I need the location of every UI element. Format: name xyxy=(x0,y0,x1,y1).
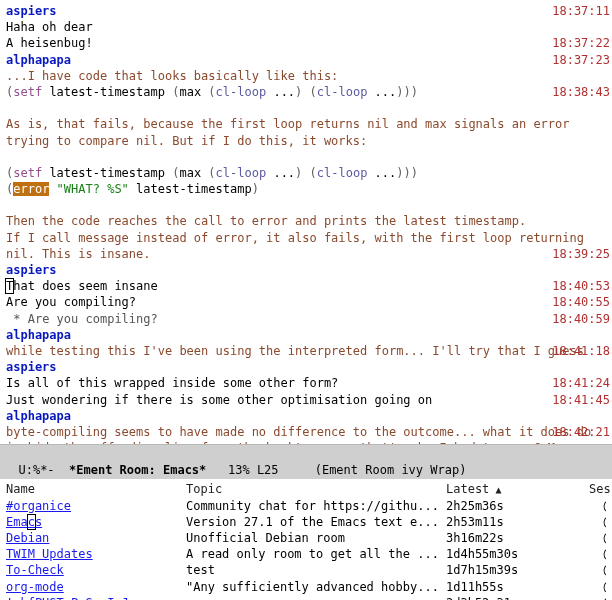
chat-text: * Are you compiling? xyxy=(6,312,158,326)
table-row[interactable]: EmacsVersion 27.1 of the Emacs text e...… xyxy=(6,514,606,530)
room-session: @a xyxy=(574,498,606,514)
modeline-mode: (Ement Room ivy Wrap) xyxy=(315,463,467,477)
chat-text: As is, that fails, because the first loo… xyxy=(6,117,577,147)
timestamp: 18:39:25 xyxy=(552,246,610,262)
room-link[interactable]: TWIM Updates xyxy=(6,547,93,561)
chat-text: Just wondering if there is some other op… xyxy=(6,393,432,407)
table-row[interactable]: TWIM UpdatesA read only room to get all … xyxy=(6,546,606,562)
chat-text: while testing this I've been using the i… xyxy=(6,344,584,358)
chat-text: byte-compiling seems to have made no dif… xyxy=(6,425,598,444)
room-session: @a xyxy=(574,579,606,595)
col-topic[interactable]: Topic xyxy=(186,481,446,497)
text-cursor: c xyxy=(28,515,35,529)
table-row[interactable]: #organiceCommunity chat for https://gith… xyxy=(6,498,606,514)
col-name[interactable]: Name xyxy=(6,481,186,497)
chat-pane[interactable]: aspiersHaha oh dearA heisenbug!alphapapa… xyxy=(0,0,612,444)
timestamp: 18:41:18 xyxy=(552,343,610,359)
col-sess[interactable]: Sess xyxy=(574,481,612,497)
chat-nick: aspiers xyxy=(6,4,57,18)
chat-nick: alphapapa xyxy=(6,53,71,67)
chat-text: Then the code reaches the call to error … xyxy=(6,214,526,228)
table-row[interactable]: !xbfPHSTwPySgaIeJnz:ma...2d3h52m31s@a xyxy=(6,595,606,600)
room-topic: test xyxy=(186,562,446,578)
rooms-header-row: Name Topic Latest Sess xyxy=(6,479,606,497)
room-latest: 2d3h52m31s xyxy=(446,595,574,600)
modeline-buffer-name: *Ement Room: Emacs* xyxy=(69,463,206,477)
timestamp: 18:40:55 xyxy=(552,294,610,310)
room-topic: A read only room to get all the ... xyxy=(186,546,446,562)
chat-text: If I call message instead of error, it a… xyxy=(6,231,591,261)
room-link[interactable]: org-mode xyxy=(6,580,64,594)
table-row[interactable]: To-Checktest1d7h15m39s@a xyxy=(6,562,606,578)
room-latest: 2h25m36s xyxy=(446,498,574,514)
room-link[interactable]: !xbfPHSTwPySgaIeJnz:ma... xyxy=(6,596,187,600)
chat-text: Haha oh dear xyxy=(6,20,93,34)
table-row[interactable]: org-mode"Any sufficiently advanced hobby… xyxy=(6,579,606,595)
room-topic xyxy=(186,595,446,600)
timestamp: 18:37:22 xyxy=(552,35,610,51)
room-session: @a xyxy=(574,546,606,562)
room-latest: 1d7h15m39s xyxy=(446,562,574,578)
code-line: (error "WHAT? %S" latest-timestamp) xyxy=(6,182,259,196)
code-line: (setf latest-timestamp (max (cl-loop ...… xyxy=(6,166,418,180)
chat-text: ...I have code that looks basically like… xyxy=(6,69,338,83)
timestamp: 18:41:24 xyxy=(552,375,610,391)
modeline-chat: U:%*- *Ement Room: Emacs* 13% L25 (Ement… xyxy=(0,444,612,479)
timestamp: 18:37:11 xyxy=(552,3,610,19)
modeline-position: 13% L25 xyxy=(206,463,314,477)
text-cursor: T xyxy=(6,279,13,293)
chat-text: A heisenbug! xyxy=(6,36,93,50)
timestamp-gutter: 18:37:11.18:37:2218:37:23.18:38:43......… xyxy=(552,3,610,472)
room-topic: Community chat for https://githu... xyxy=(186,498,446,514)
room-session: @a xyxy=(574,530,606,546)
timestamp: 18:37:23 xyxy=(552,52,610,68)
table-row[interactable]: DebianUnofficial Debian room3h16m22s@a xyxy=(6,530,606,546)
chat-nick: alphapapa xyxy=(6,409,71,423)
room-topic: Unofficial Debian room xyxy=(186,530,446,546)
chat-text: Is all of this wrapped inside some other… xyxy=(6,376,338,390)
room-session: @a xyxy=(574,562,606,578)
room-link[interactable]: #organice xyxy=(6,499,71,513)
chat-nick: aspiers xyxy=(6,360,57,374)
rooms-pane[interactable]: Name Topic Latest Sess #organiceCommunit… xyxy=(0,479,612,600)
chat-nick: alphapapa xyxy=(6,328,71,342)
room-link[interactable]: To-Check xyxy=(6,563,64,577)
room-session: @a xyxy=(574,514,606,530)
room-topic: Version 27.1 of the Emacs text e... xyxy=(186,514,446,530)
code-line: (setf latest-timestamp (max (cl-loop ...… xyxy=(6,85,418,99)
room-link[interactable]: Emacs xyxy=(6,515,42,529)
room-topic: "Any sufficiently advanced hobby... xyxy=(186,579,446,595)
room-latest: 1d4h55m30s xyxy=(446,546,574,562)
room-session: @a xyxy=(574,595,606,600)
room-latest: 2h53m11s xyxy=(446,514,574,530)
chat-text: That does seem insane xyxy=(6,279,158,293)
chat-nick: aspiers xyxy=(6,263,57,277)
col-latest[interactable]: Latest xyxy=(446,481,574,497)
timestamp: 18:40:59 xyxy=(552,311,610,327)
timestamp: 18:40:53 xyxy=(552,278,610,294)
room-latest: 3h16m22s xyxy=(446,530,574,546)
room-link[interactable]: Debian xyxy=(6,531,49,545)
timestamp: 18:41:45 xyxy=(552,392,610,408)
room-latest: 1d11h55s xyxy=(446,579,574,595)
timestamp: 18:38:43 xyxy=(552,84,610,100)
timestamp: 18:42:21 xyxy=(552,424,610,440)
modeline-status: U:%*- xyxy=(18,463,69,477)
chat-text: Are you compiling? xyxy=(6,295,136,309)
